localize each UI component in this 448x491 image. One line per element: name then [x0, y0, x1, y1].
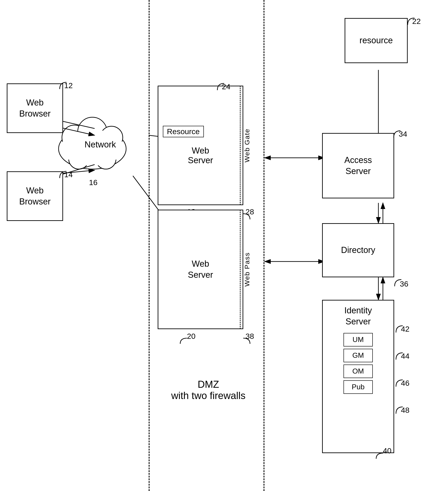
web-browser-1-label: Web Browser: [19, 97, 50, 120]
identity-server-label: Identity Server: [344, 305, 372, 327]
dmz-sub-text: with two firewalls: [171, 390, 246, 401]
web-gate-label: Web Gate: [243, 129, 251, 162]
bracket-34: [392, 129, 403, 140]
web-server-top-label: Web Server: [188, 146, 213, 165]
bracket-20: [178, 336, 192, 345]
dmz-label: DMZ with two firewalls: [171, 379, 246, 401]
web-browser-2-label: Web Browser: [19, 185, 50, 208]
web-server-top-box: Resource Web Server: [158, 86, 243, 205]
bracket-40: [374, 451, 387, 460]
identity-server-box: Identity Server UM GM OM Pub: [322, 300, 394, 453]
bracket-46: [394, 378, 405, 389]
ref-16: 16: [89, 178, 98, 187]
bracket-44: [394, 350, 405, 362]
svg-point-7: [96, 149, 116, 169]
diagram: resource 22 Web Browser 12 Web Browser 1…: [0, 0, 448, 491]
om-box: OM: [344, 365, 373, 378]
web-browser-2-box: Web Browser: [7, 171, 63, 221]
resource-top-label: resource: [359, 35, 393, 46]
firewall-line-left: [149, 0, 150, 491]
directory-label: Directory: [341, 245, 375, 256]
dmz-text: DMZ: [171, 379, 246, 390]
svg-point-6: [69, 149, 89, 169]
access-server-box: Access Server: [322, 133, 394, 198]
bracket-36: [392, 277, 404, 289]
directory-box: Directory: [322, 223, 394, 277]
web-pass-container: Web Pass: [240, 210, 253, 329]
bracket-12: [57, 80, 69, 91]
bracket-22: [405, 16, 417, 27]
bracket-24: [215, 81, 226, 93]
network-label: Network: [78, 140, 123, 150]
web-server-bottom-box: Web Server: [158, 210, 243, 329]
bracket-14: [57, 169, 69, 180]
web-server-bottom-label: Web Server: [188, 258, 213, 281]
web-pass-label: Web Pass: [243, 252, 251, 286]
resource-inner-box: Resource: [163, 126, 204, 137]
um-box: UM: [344, 333, 373, 347]
web-gate-container: Web Gate: [240, 86, 253, 205]
access-server-label: Access Server: [344, 155, 372, 177]
bracket-42: [394, 323, 405, 335]
bracket-38: [241, 336, 255, 345]
resource-top-box: resource: [345, 18, 408, 63]
pub-box: Pub: [344, 380, 373, 394]
firewall-line-right: [264, 0, 265, 491]
web-browser-1-box: Web Browser: [7, 83, 63, 133]
gm-box: GM: [344, 349, 373, 362]
bracket-48: [394, 405, 405, 416]
